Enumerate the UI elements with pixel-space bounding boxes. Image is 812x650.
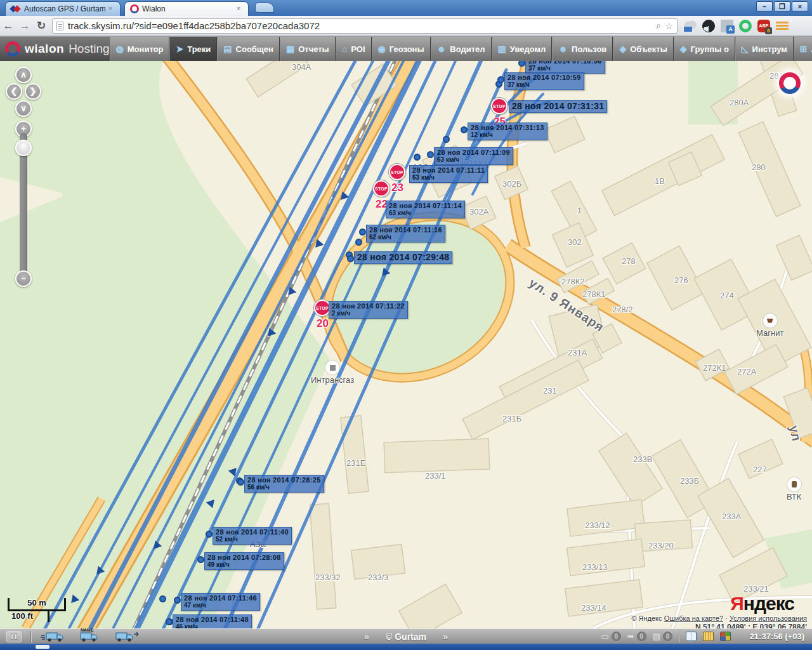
logo-text-wialon: wialon (25, 42, 64, 56)
units-icon: ◈ (619, 44, 626, 54)
events-counter[interactable]: ➥ 0 (627, 632, 646, 641)
track-point-dot (237, 479, 244, 486)
reload-button[interactable]: ↻ (33, 19, 49, 32)
expand-left-button[interactable]: » (364, 631, 369, 642)
minimize-button[interactable]: – (756, 1, 773, 11)
close-button[interactable]: × (792, 1, 808, 11)
tab-wialon[interactable]: Wialon × (124, 1, 249, 16)
building-label: 233/21 (743, 584, 769, 594)
zoom-out-button[interactable]: − (15, 270, 32, 287)
gurtam-copyright: © Gurtam (386, 632, 426, 642)
adblock-extension-icon[interactable]: ABP6 (757, 20, 770, 32)
menu-label: Пользов (572, 44, 606, 54)
menu-reports[interactable]: ▦Отчеты (280, 37, 336, 61)
building-label: 233/13 (582, 562, 608, 572)
map-canvas[interactable]: ул. 9 Январяул304А282280А28011В302АК1302… (0, 61, 812, 628)
menu-drivers[interactable]: ☻Водител (431, 37, 492, 61)
map-source-button[interactable] (720, 632, 731, 641)
menu-poi[interactable]: ⌂POI (336, 37, 372, 61)
menu-notifications[interactable]: ▥Уведомл (492, 37, 553, 61)
track-point-dot (206, 531, 213, 538)
poi-icon: ⌂ (342, 44, 347, 54)
office-icon (325, 361, 339, 375)
terms-link[interactable]: Условия использования (730, 614, 807, 622)
street-label: ул (787, 424, 804, 443)
pan-down-button[interactable]: ∨ (15, 100, 32, 117)
bookmark-star-icon[interactable]: ☆ (665, 21, 673, 31)
browser-menu-button[interactable] (776, 20, 789, 32)
menu-label: Группы о (691, 44, 729, 54)
track-point-speed: 46 км/ч (176, 623, 249, 628)
message-icon: ▭ (601, 632, 609, 641)
menu-monitoring[interactable]: ◍Монитор (110, 37, 170, 61)
scale-metric: 50 m (27, 598, 46, 607)
logo-text-hosting: Hosting (69, 42, 109, 56)
media-counter[interactable]: ▨ 0 (653, 632, 672, 641)
apps-icon: ⊞ (800, 44, 808, 54)
zoom-slider-handle[interactable] (15, 140, 32, 156)
tab-close-icon[interactable]: × (106, 4, 115, 13)
new-tab-button[interactable] (255, 3, 274, 13)
tab-autoscan[interactable]: Autoscan GPS / Gurtam / × (5, 1, 121, 16)
track-point-dot (347, 255, 354, 262)
menu-label: Водител (450, 44, 485, 54)
building-label: 276 (674, 275, 688, 285)
building-label: 272А (737, 367, 756, 376)
map-error-link[interactable]: Ошибка на карте? (664, 614, 724, 622)
track-point-label: 28 ноя 2014 07:28:2556 км/ч (244, 475, 324, 493)
cart-icon (763, 314, 777, 328)
tab-close-icon[interactable]: × (234, 4, 243, 13)
pan-right-button[interactable]: ❯ (25, 83, 41, 100)
pan-left-button[interactable]: ❮ (6, 83, 22, 100)
back-button[interactable]: ← (0, 20, 16, 32)
menu-label: POI (351, 44, 365, 54)
browser-tabstrip: Autoscan GPS / Gurtam / × Wialon × – ❐ × (0, 0, 812, 16)
menu-label: Объекты (630, 44, 667, 54)
menu-tracks[interactable]: ➤Треки (169, 37, 217, 61)
menu-label: Монитор (128, 44, 164, 54)
stop-marker-icon[interactable]: STOP (491, 98, 508, 114)
translate-extension-icon[interactable]: A (721, 20, 733, 32)
stop-marker-icon[interactable]: STOP (389, 164, 405, 180)
wialon-favicon-icon (130, 4, 139, 13)
restore-button[interactable]: ❐ (774, 1, 790, 11)
autofill-icon[interactable]: ⌕ (657, 20, 662, 31)
globe-icon: ◍ (116, 44, 124, 54)
messages-counter[interactable]: ▭ 0 (601, 632, 621, 641)
green-ring-extension-icon[interactable] (739, 20, 752, 32)
track-point-label: 28 ноя 2014 07:28:0849 км/ч (204, 552, 284, 570)
ruler-tool-button[interactable] (703, 632, 714, 641)
pan-up-button[interactable]: ∧ (15, 67, 32, 83)
taskbar-item (36, 645, 49, 649)
menu-label: Инструм (752, 44, 787, 54)
menu-geofences[interactable]: ◉Геозоны (372, 37, 431, 61)
tab-title: Wialon (142, 4, 234, 13)
menu-users[interactable]: ☻Пользов (552, 37, 613, 61)
notifications-icon: ▥ (498, 44, 506, 54)
url-text[interactable]: track.skysim.ru/?sid=e09e1ff4dac258b2ba7… (68, 20, 653, 31)
track-point-speed: 63 км/ч (437, 156, 510, 163)
menu-messages[interactable]: ▤Сообщен (217, 37, 280, 61)
autoscan-favicon-icon (11, 5, 21, 13)
log-book-button[interactable] (686, 632, 697, 641)
building-label: 272К1 (703, 363, 726, 373)
track-point-label: 28 ноя 2014 07:29:48 (354, 251, 452, 264)
menu-units[interactable]: ◈Объекты (613, 37, 673, 61)
menu-apps[interactable]: ⊞Apps (794, 37, 812, 61)
globe-chat-extension-icon[interactable] (702, 20, 715, 32)
drivers-icon: ☻ (437, 44, 447, 54)
building-label: 231Б (502, 414, 521, 423)
menu-unit-groups[interactable]: ◈Группы о (674, 37, 735, 61)
track-point-time: 28 ноя 2014 07:11:14 (389, 202, 462, 209)
forward-button[interactable]: → (16, 20, 33, 32)
track-point-dot (427, 151, 434, 158)
url-bar[interactable]: track.skysim.ru/?sid=e09e1ff4dac258b2ba7… (52, 18, 678, 34)
track-point-speed: 62 км/ч (369, 234, 442, 241)
cloud-extension-icon[interactable] (684, 20, 697, 32)
building-label: 278К2 (561, 277, 585, 286)
media-icon: ▨ (653, 632, 660, 641)
menu-tools[interactable]: ◺Инструм (735, 37, 794, 61)
menu-label: Сообщен (236, 44, 273, 54)
expand-right-button[interactable]: » (443, 631, 448, 642)
stop-marker-icon[interactable]: STOP (373, 180, 390, 197)
